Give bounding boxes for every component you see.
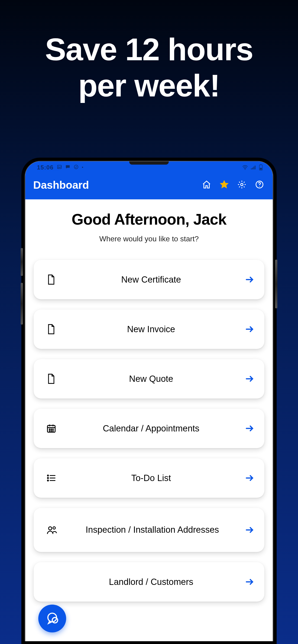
star-icon bbox=[219, 180, 229, 190]
arrow-right-icon bbox=[242, 424, 254, 433]
svg-point-24 bbox=[49, 527, 52, 530]
document-icon bbox=[46, 373, 60, 384]
status-bar-left: 15:06 • bbox=[37, 164, 83, 171]
home-button[interactable] bbox=[201, 180, 212, 190]
message-indicator-icon bbox=[65, 164, 70, 170]
new-certificate-card[interactable]: New Certificate bbox=[34, 260, 264, 299]
todo-list-card[interactable]: To-Do List bbox=[34, 458, 264, 498]
arrow-right-icon bbox=[242, 474, 254, 483]
wifi-icon bbox=[242, 165, 248, 170]
phone-speaker-notch bbox=[129, 161, 169, 164]
svg-point-13 bbox=[259, 186, 260, 187]
status-time: 15:06 bbox=[37, 164, 54, 171]
svg-point-11 bbox=[241, 183, 243, 186]
svg-point-19 bbox=[51, 431, 52, 432]
gear-icon bbox=[237, 180, 246, 190]
subtitle-text: Where would you like to start? bbox=[34, 234, 264, 243]
page-title: Dashboard bbox=[33, 179, 89, 191]
settings-button[interactable] bbox=[236, 180, 247, 190]
svg-point-3 bbox=[245, 169, 245, 170]
help-icon bbox=[255, 180, 264, 190]
svg-point-17 bbox=[53, 429, 53, 430]
status-bar-right bbox=[242, 164, 263, 170]
svg-rect-7 bbox=[255, 166, 255, 169]
card-label: New Invoice bbox=[60, 324, 242, 334]
new-quote-card[interactable]: New Quote bbox=[34, 359, 264, 398]
card-label: New Quote bbox=[60, 374, 242, 384]
help-button[interactable] bbox=[254, 180, 265, 190]
chat-icon bbox=[46, 612, 59, 626]
phone-bezel: 15:06 • bbox=[25, 161, 273, 641]
svg-point-21 bbox=[47, 475, 48, 476]
svg-rect-4 bbox=[251, 168, 251, 169]
dot-indicator-icon: • bbox=[82, 165, 83, 170]
calendar-appointments-card[interactable]: Calendar / Appointments bbox=[34, 409, 264, 448]
arrow-right-icon bbox=[242, 275, 254, 284]
svg-point-18 bbox=[49, 431, 50, 432]
phone-frame: 15:06 • bbox=[21, 158, 277, 644]
app-header: Dashboard bbox=[25, 174, 273, 199]
svg-point-22 bbox=[47, 478, 48, 478]
svg-point-20 bbox=[53, 431, 53, 432]
svg-point-16 bbox=[51, 429, 52, 430]
headline-line2: per week! bbox=[0, 68, 298, 104]
card-label: To-Do List bbox=[60, 473, 242, 483]
dashboard-card-list: New Certificate New Invoice bbox=[34, 260, 264, 602]
svg-point-23 bbox=[47, 480, 48, 481]
people-icon bbox=[46, 525, 60, 534]
arrow-right-icon bbox=[242, 525, 254, 534]
list-icon bbox=[46, 474, 60, 482]
svg-point-15 bbox=[49, 429, 50, 430]
dashboard-content: Good Afternoon, Jack Where would you lik… bbox=[25, 199, 273, 602]
card-label: New Certificate bbox=[60, 275, 242, 285]
svg-point-25 bbox=[53, 527, 55, 529]
svg-point-2 bbox=[74, 165, 78, 169]
svg-rect-10 bbox=[260, 168, 262, 170]
inspection-addresses-card[interactable]: Inspection / Installation Addresses bbox=[34, 508, 264, 552]
image-indicator-icon bbox=[57, 164, 62, 170]
chat-fab-button[interactable] bbox=[38, 604, 66, 632]
phone-screen: 15:06 • bbox=[25, 161, 273, 641]
headline-line1: Save 12 hours bbox=[0, 31, 298, 68]
phone-side-button bbox=[21, 248, 23, 276]
card-label: Landlord / Customers bbox=[60, 577, 242, 587]
landlord-customers-card[interactable]: Landlord / Customers bbox=[34, 562, 264, 602]
home-icon bbox=[202, 180, 211, 190]
svg-point-1 bbox=[58, 166, 59, 167]
favorites-button[interactable] bbox=[219, 180, 229, 190]
svg-rect-6 bbox=[253, 167, 254, 170]
arrow-right-icon bbox=[242, 577, 254, 586]
new-invoice-card[interactable]: New Invoice bbox=[34, 310, 264, 349]
phone-side-button bbox=[275, 260, 277, 308]
battery-icon bbox=[259, 164, 263, 170]
greeting-text: Good Afternoon, Jack bbox=[34, 210, 264, 228]
card-label: Inspection / Installation Addresses bbox=[60, 524, 242, 536]
card-label: Calendar / Appointments bbox=[60, 424, 242, 434]
svg-rect-5 bbox=[252, 168, 253, 170]
arrow-right-icon bbox=[242, 374, 254, 384]
marketing-headline: Save 12 hours per week! bbox=[0, 0, 298, 104]
arrow-right-icon bbox=[242, 324, 254, 334]
document-icon bbox=[46, 274, 60, 285]
phone-side-button bbox=[21, 283, 23, 324]
signal-icon bbox=[250, 165, 256, 170]
header-actions bbox=[201, 180, 265, 190]
check-indicator-icon bbox=[74, 164, 79, 170]
document-icon bbox=[46, 324, 60, 335]
calendar-icon bbox=[46, 423, 60, 434]
